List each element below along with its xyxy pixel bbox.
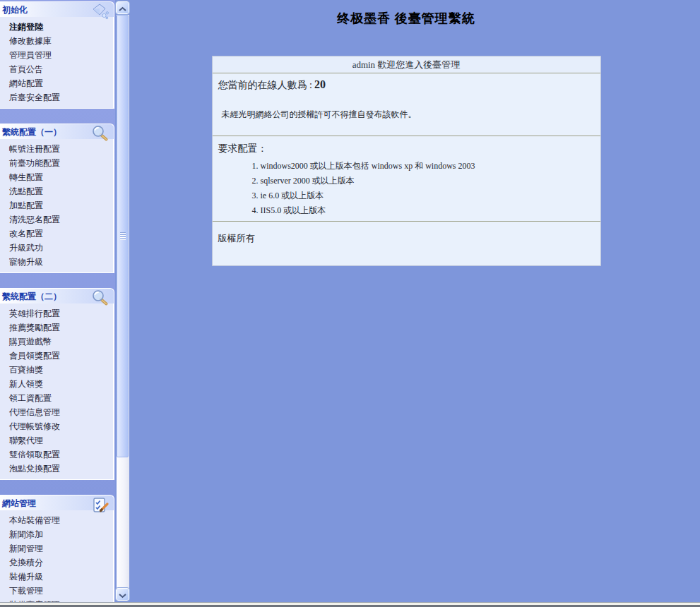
sidebar-item[interactable]: 首頁公告: [0, 62, 113, 76]
scrollbar-track[interactable]: [117, 15, 129, 600]
main-area: 终极墨香 後臺管理繫統 admin 歡迎您進入後臺管理 您當前的在線人數爲 :2…: [130, 0, 700, 602]
section-header[interactable]: 繫統配置（二）: [0, 288, 114, 304]
sidebar-item[interactable]: 管理員管理: [0, 48, 113, 62]
requirement-item: IIS5.0 或以上版本: [261, 205, 595, 217]
scrollbar-up-button[interactable]: [116, 1, 129, 14]
sidebar-item[interactable]: 加點配置: [0, 198, 113, 212]
section-items: 注銷登陸修改數據庫管理員管理首頁公告網站配置后臺安全配置: [0, 17, 114, 109]
sidebar-item[interactable]: 百寶抽獎: [0, 363, 113, 377]
sidebar-item[interactable]: 英雄排行配置: [0, 306, 113, 320]
admin-window: 初始化 注銷登陸修改數據庫管理員管理首頁公告網站配置后臺安全配置繫統配置（一） …: [0, 0, 700, 607]
online-section: 您當前的在線人數爲 :20 未經光明網絡公司的授權許可不得擅自發布該軟件。: [213, 73, 600, 136]
clipboard-icon: [91, 496, 109, 515]
section-items: 帳號注冊配置前臺功能配置轉生配置洗點配置加點配置清洗惡名配置改名配置升級武功寵物…: [0, 139, 114, 273]
online-count-label: 您當前的在線人數爲 :: [218, 80, 312, 90]
section-header[interactable]: 初始化: [0, 1, 114, 17]
scrollbar-down-button[interactable]: [116, 588, 129, 601]
sidebar-item[interactable]: 會員領獎配置: [0, 349, 113, 363]
sidebar-section-2: 繫統配置（一） 帳號注冊配置前臺功能配置轉生配置洗點配置加點配置清洗惡名配置改名…: [0, 124, 114, 273]
section-title: 初始化: [2, 5, 28, 15]
sidebar-item[interactable]: 后臺安全配置: [0, 90, 113, 104]
scrollbar-grip-icon: [120, 232, 126, 240]
sidebar-item[interactable]: 寵物升級: [0, 255, 113, 269]
sidebar-item[interactable]: 下載管理: [0, 584, 113, 598]
sidebar-item[interactable]: 前臺功能配置: [0, 156, 113, 170]
welcome-header: admin 歡迎您進入後臺管理: [213, 56, 600, 73]
requirement-item: ie 6.0 或以上版本: [261, 190, 595, 202]
gem-icon: [91, 3, 109, 21]
sidebar-item[interactable]: 本站裝備管理: [0, 513, 113, 527]
section-items: 英雄排行配置推薦獎勵配置購買遊戲幣會員領獎配置百寶抽獎新人領獎領工資配置代理信息…: [0, 304, 114, 480]
sidebar-item[interactable]: 清洗惡名配置: [0, 212, 113, 227]
scrollbar-thumb[interactable]: [117, 15, 129, 457]
requirement-item: windows2000 或以上版本包括 windows xp 和 windows…: [261, 160, 595, 172]
sidebar-scrollbar[interactable]: [115, 0, 130, 602]
sidebar-item[interactable]: 新聞管理: [0, 541, 113, 555]
sidebar-item[interactable]: 注銷登陸: [0, 20, 113, 34]
sidebar-section-3: 繫統配置（二） 英雄排行配置推薦獎勵配置購買遊戲幣會員領獎配置百寶抽獎新人領獎領…: [0, 288, 114, 480]
page-title: 终极墨香 後臺管理繫統: [130, 10, 682, 27]
sidebar-section-4: 網站管理 本站裝備管理新聞添加新聞管理兌換積分裝備升級下載管理裝備商店管理商店會…: [0, 495, 114, 602]
sidebar-item[interactable]: 新人領獎: [0, 377, 113, 391]
sidebar-item[interactable]: 推薦獎勵配置: [0, 320, 113, 335]
section-items: 本站裝備管理新聞添加新聞管理兌換積分裝備升級下載管理裝備商店管理商店會員價格: [0, 510, 114, 602]
sidebar-item[interactable]: 購買遊戲幣: [0, 335, 113, 349]
section-header[interactable]: 網站管理: [0, 495, 114, 510]
license-notice: 未經光明網絡公司的授權許可不得擅自發布該軟件。: [218, 109, 595, 121]
sidebar-item[interactable]: 領工資配置: [0, 391, 113, 405]
section-title: 繫統配置（一）: [2, 127, 61, 137]
sidebar-item[interactable]: 代理帳號修改: [0, 419, 113, 433]
online-count-line: 您當前的在線人數爲 :20: [218, 78, 595, 92]
sidebar-item[interactable]: 裝備升級: [0, 570, 113, 584]
online-count-value: 20: [314, 78, 326, 90]
magnifier-icon: [91, 125, 109, 143]
sidebar: 初始化 注銷登陸修改數據庫管理員管理首頁公告網站配置后臺安全配置繫統配置（一） …: [0, 0, 115, 602]
section-title: 繫統配置（二）: [2, 292, 61, 301]
copyright-text: 版權所有: [213, 222, 600, 265]
section-header[interactable]: 繫統配置（一）: [0, 124, 114, 139]
requirements-section: 要求配置： windows2000 或以上版本包括 windows xp 和 w…: [213, 136, 600, 222]
section-title: 網站管理: [2, 498, 36, 508]
welcome-panel: admin 歡迎您進入後臺管理 您當前的在線人數爲 :20 未經光明網絡公司的授…: [212, 56, 601, 266]
sidebar-item[interactable]: 兌換積分: [0, 555, 113, 570]
sidebar-item[interactable]: 泡點兌換配置: [0, 462, 113, 476]
window-bottom-edge: [0, 602, 700, 607]
sidebar-item[interactable]: 洗點配置: [0, 184, 113, 198]
requirements-title: 要求配置：: [218, 143, 595, 155]
sidebar-item[interactable]: 代理信息管理: [0, 405, 113, 419]
sidebar-item[interactable]: 新聞添加: [0, 527, 113, 541]
sidebar-item[interactable]: 雙倍領取配置: [0, 447, 113, 462]
sidebar-item[interactable]: 聯繫代理: [0, 433, 113, 447]
sidebar-item[interactable]: 帳號注冊配置: [0, 142, 113, 156]
sidebar-item[interactable]: 改名配置: [0, 227, 113, 241]
chevron-down-icon: [118, 588, 127, 601]
sidebar-item[interactable]: 網站配置: [0, 76, 113, 90]
sidebar-section-1: 初始化 注銷登陸修改數據庫管理員管理首頁公告網站配置后臺安全配置: [0, 1, 114, 109]
requirements-list: windows2000 或以上版本包括 windows xp 和 windows…: [218, 160, 595, 217]
sidebar-item[interactable]: 升級武功: [0, 241, 113, 255]
chevron-up-icon: [118, 1, 127, 15]
sidebar-item[interactable]: 修改數據庫: [0, 34, 113, 48]
requirement-item: sqlserver 2000 或以上版本: [261, 175, 595, 187]
magnifier-icon: [91, 289, 109, 308]
sidebar-item[interactable]: 轉生配置: [0, 170, 113, 184]
